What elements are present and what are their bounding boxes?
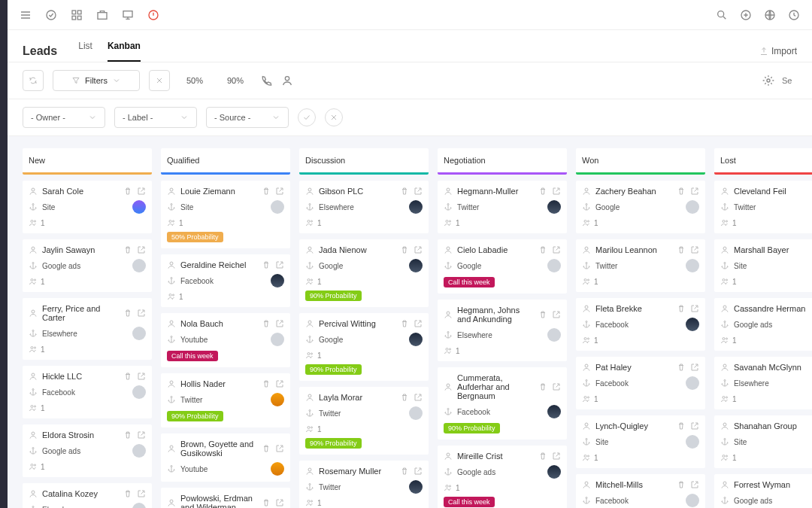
external-icon[interactable] — [275, 498, 284, 507]
delete-icon[interactable] — [123, 489, 132, 498]
delete-icon[interactable] — [677, 187, 686, 196]
lead-card[interactable]: Powlowski, Erdman and WildermanGoogle ad… — [161, 488, 290, 508]
person-icon[interactable] — [281, 75, 293, 87]
lead-card[interactable]: Forrest WymanGoogle ads1 — [714, 474, 812, 508]
external-icon[interactable] — [690, 480, 699, 489]
lead-card[interactable]: Cassandre HermanGoogle ads1 — [714, 298, 812, 351]
gear-icon[interactable] — [762, 75, 774, 87]
delete-icon[interactable] — [262, 319, 271, 328]
external-icon[interactable] — [552, 452, 561, 461]
menu-icon[interactable] — [20, 9, 32, 21]
external-icon[interactable] — [690, 187, 699, 196]
lead-card[interactable]: Pat HaleyFacebook1 — [576, 357, 705, 409]
external-icon[interactable] — [137, 489, 146, 498]
phone-icon[interactable] — [260, 75, 272, 87]
lead-card[interactable]: Percival WittingGoogle190% Probability — [299, 313, 429, 381]
check-circle-icon[interactable] — [45, 9, 57, 21]
lead-card[interactable]: Jada NienowGoogle190% Probability — [299, 239, 429, 307]
external-icon[interactable] — [275, 444, 284, 453]
lead-card[interactable]: Nola BauchYoutubeCall this week — [161, 313, 290, 367]
delete-icon[interactable] — [677, 245, 686, 254]
external-icon[interactable] — [275, 379, 284, 388]
delete-icon[interactable] — [262, 187, 271, 196]
lead-card[interactable]: Cielo LabadieGoogleCall this week — [438, 239, 567, 294]
delete-icon[interactable] — [123, 309, 132, 318]
source-select[interactable]: - Source - — [206, 107, 289, 128]
external-icon[interactable] — [275, 319, 284, 328]
globe-icon[interactable] — [764, 9, 776, 21]
import-button[interactable]: Import — [759, 46, 797, 56]
lead-card[interactable]: Layla MorarTwitter190% Probability — [299, 387, 429, 455]
chip-90[interactable]: 90% — [220, 70, 251, 91]
external-icon[interactable] — [137, 187, 146, 196]
external-icon[interactable] — [137, 245, 146, 254]
plus-circle-icon[interactable] — [740, 9, 752, 21]
delete-icon[interactable] — [123, 372, 132, 381]
external-icon[interactable] — [275, 187, 284, 196]
delete-icon[interactable] — [123, 187, 132, 196]
lead-card[interactable]: Geraldine ReichelFacebook1 — [161, 254, 290, 307]
external-icon[interactable] — [690, 363, 699, 372]
apply-button[interactable] — [298, 108, 316, 126]
external-icon[interactable] — [690, 245, 699, 254]
delete-icon[interactable] — [400, 245, 409, 254]
delete-icon[interactable] — [262, 498, 271, 507]
delete-icon[interactable] — [262, 379, 271, 388]
external-icon[interactable] — [414, 319, 423, 328]
delete-icon[interactable] — [538, 382, 547, 391]
briefcase-icon[interactable] — [96, 9, 108, 21]
lead-card[interactable]: Marshall BayerSite1 — [714, 239, 812, 292]
reset-button[interactable] — [325, 108, 343, 126]
chip-50[interactable]: 50% — [179, 70, 211, 91]
delete-icon[interactable] — [677, 304, 686, 313]
delete-icon[interactable] — [400, 319, 409, 328]
lead-card[interactable]: Jaylin SawaynGoogle ads1 — [23, 239, 152, 292]
external-icon[interactable] — [552, 187, 561, 196]
delete-icon[interactable] — [538, 245, 547, 254]
delete-icon[interactable] — [400, 467, 409, 476]
external-icon[interactable] — [414, 467, 423, 476]
lead-card[interactable]: Zachery BeahanGoogle1 — [576, 181, 705, 233]
external-icon[interactable] — [137, 309, 146, 318]
external-icon[interactable] — [414, 245, 423, 254]
lead-card[interactable]: Mireille CristGoogle ads1Call this week — [438, 446, 567, 508]
lead-card[interactable]: Fleta BrekkeFacebook1 — [576, 298, 705, 351]
lead-card[interactable]: Hegmann, Johns and AnkundingElsewhere1 — [438, 300, 567, 361]
lead-card[interactable]: Lynch-QuigleySite1 — [576, 415, 705, 468]
delete-icon[interactable] — [400, 393, 409, 402]
delete-icon[interactable] — [677, 421, 686, 430]
filters-button[interactable]: Filters — [53, 70, 140, 91]
delete-icon[interactable] — [123, 430, 132, 440]
lead-card[interactable]: Eldora StrosinGoogle ads1 — [23, 424, 152, 477]
lead-card[interactable]: Cleveland FeilTwitter1 — [714, 181, 812, 233]
clock-icon[interactable] — [788, 9, 800, 21]
external-icon[interactable] — [552, 245, 561, 254]
external-icon[interactable] — [414, 187, 423, 196]
lead-card[interactable]: Rosemary MullerTwitter1 — [299, 461, 429, 508]
lead-card[interactable]: Sarah ColeSite1 — [23, 181, 152, 233]
lead-card[interactable]: Louie ZiemannSite150% Probability — [161, 181, 290, 248]
external-icon[interactable] — [414, 393, 423, 402]
lead-card[interactable]: Hegmann-MullerTwitter1 — [438, 181, 567, 233]
external-icon[interactable] — [690, 304, 699, 313]
delete-icon[interactable] — [677, 480, 686, 489]
external-icon[interactable] — [690, 421, 699, 430]
external-icon[interactable] — [552, 310, 561, 319]
alert-icon[interactable] — [147, 9, 159, 21]
delete-icon[interactable] — [538, 452, 547, 461]
tab-list[interactable]: List — [78, 41, 92, 62]
external-icon[interactable] — [552, 382, 561, 391]
grid-icon[interactable] — [71, 9, 83, 21]
external-icon[interactable] — [137, 372, 146, 381]
lead-card[interactable]: Ferry, Price and CarterElsewhere1 — [23, 298, 152, 360]
clear-filter-button[interactable] — [149, 70, 170, 91]
lead-card[interactable]: Savanah McGlynnElsewhere1 — [714, 357, 812, 409]
label-select[interactable]: - Label - — [114, 107, 197, 128]
delete-icon[interactable] — [677, 363, 686, 372]
monitor-icon[interactable] — [122, 9, 134, 21]
search-icon[interactable] — [716, 9, 728, 21]
lead-card[interactable]: Brown, Goyette and GusikowskiYoutube — [161, 433, 290, 482]
lead-card[interactable]: Cummerata, Aufderhar and BergnaumFaceboo… — [438, 367, 567, 440]
owner-select[interactable]: - Owner - — [23, 107, 105, 128]
delete-icon[interactable] — [538, 187, 547, 196]
